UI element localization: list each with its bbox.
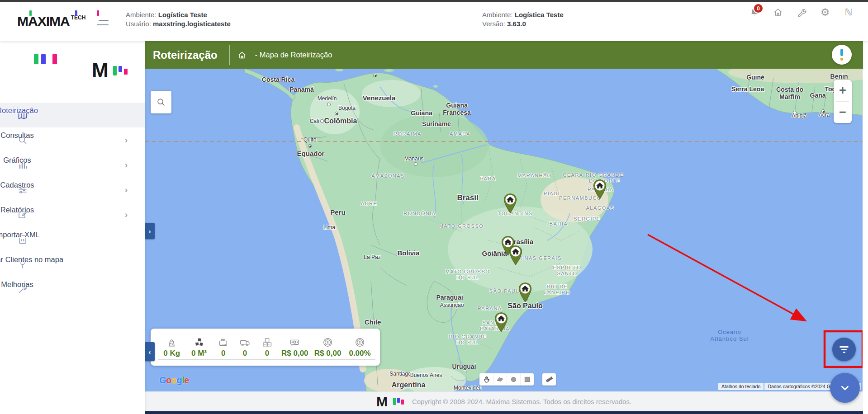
map-zoom-control: + − — [834, 80, 852, 123]
app-footer: M Copyright © 2008-2024. Máxima Sistemas… — [145, 391, 863, 411]
state-label: PIAUÍ — [544, 191, 560, 196]
countrie-label: Guiana — [411, 109, 432, 117]
state-label: CEARÁ — [563, 172, 583, 178]
stat-value: 0 — [221, 349, 225, 358]
chevron-right-icon: › — [125, 210, 128, 220]
chevron-right-icon: › — [149, 227, 151, 235]
draw-toolbar — [479, 373, 556, 386]
totals-collapse-button[interactable]: ‹ — [145, 342, 155, 361]
version-label: Versão: — [482, 20, 505, 28]
sidebar-item-cadastros[interactable]: Cadastros› — [0, 177, 145, 202]
filter-button[interactable] — [832, 338, 856, 361]
integrations-icon[interactable]: ℕ — [843, 6, 854, 18]
draw-circle-button[interactable] — [507, 373, 520, 386]
state-label: MATO GROSSO — [446, 269, 490, 274]
draw-rectangle-button[interactable] — [520, 373, 534, 386]
google-logo[interactable]: Google — [159, 375, 189, 386]
client-map-marker[interactable] — [493, 312, 509, 332]
brand-text: MAXIMA — [17, 14, 70, 28]
countrie-label: Costa Rica — [262, 76, 294, 83]
citie-label: Quito — [304, 136, 317, 143]
sidebar-item-visualizar-clientes-no-mapa[interactable]: Visualizar Clientes no mapa — [0, 252, 145, 277]
pan-hand-button[interactable] — [479, 373, 493, 386]
total-coin-stat: $0.00% — [344, 336, 375, 360]
client-map-marker[interactable] — [503, 193, 518, 213]
user-label: Usuário: — [126, 20, 151, 28]
sidebar-item-relat-rios[interactable]: Relatórios› — [0, 202, 145, 227]
breadcrumb-home-icon[interactable] — [237, 50, 247, 60]
client-map-marker[interactable] — [592, 179, 607, 199]
total-cubes-stat: 0 M³ — [185, 336, 212, 360]
countrie-label: Guiné — [746, 74, 764, 81]
sidebar-item-roteiriza-o[interactable]: Roteirização — [0, 103, 145, 127]
menu-toggle-icon[interactable] — [97, 18, 109, 28]
countrie-label: Gana — [810, 92, 825, 99]
state-label: ESPÍRITO — [553, 265, 581, 270]
chevron-down-icon — [842, 386, 848, 390]
coin-icon: $ — [354, 336, 366, 348]
truck-icon — [239, 336, 251, 348]
state-label: RIO GRANDE — [449, 334, 487, 339]
env-value: Logística Teste — [158, 11, 207, 19]
citie-label: Buenos Aires — [410, 372, 442, 378]
sidebar-item-gr-ficos[interactable]: Gráficos› — [0, 152, 145, 177]
map-search-button[interactable] — [151, 91, 171, 113]
state-label: RORAIMA — [394, 131, 422, 136]
countrie-label: Bolívia — [397, 249, 419, 257]
svg-text:Kg: Kg — [170, 342, 174, 344]
state-label: PARANÁ — [478, 306, 502, 311]
state-label: AMAPÁ — [450, 131, 470, 136]
zoom-out-button[interactable]: − — [834, 102, 852, 123]
stat-underline — [311, 359, 344, 360]
sidebar-item-importar-xml[interactable]: Importar XML — [0, 227, 145, 252]
home-icon[interactable] — [772, 6, 784, 18]
sidebar-item-melhorias[interactable]: Melhorias — [0, 277, 145, 301]
svg-text:$: $ — [359, 340, 361, 344]
stat-value: 0 Kg — [163, 349, 180, 358]
sidebar-item-label: Consultas — [0, 131, 33, 140]
state-label: AMAZONAS — [371, 173, 405, 179]
citie-label: Lima — [323, 224, 335, 231]
boxes-icon — [261, 336, 273, 348]
stat-underline — [278, 359, 311, 360]
bell-icon[interactable]: 0 — [749, 6, 760, 18]
brand-tick-green — [29, 10, 32, 16]
panel-expand-button[interactable]: › — [145, 223, 155, 239]
countrie-label: Peru — [330, 208, 345, 216]
state-label: ACRE — [361, 201, 378, 206]
total-weight-stat: Kg0 Kg — [158, 336, 185, 360]
wrench-icon[interactable] — [796, 6, 807, 18]
maxima-logo[interactable]: MAXIMATECH — [17, 14, 85, 29]
zoom-in-button[interactable]: + — [834, 80, 852, 101]
alert-button[interactable] — [832, 45, 852, 65]
stat-underline — [234, 359, 256, 360]
client-map-marker[interactable] — [508, 245, 523, 265]
countrie-label: Argentina — [392, 381, 426, 389]
citie-label: São Paulo — [508, 302, 542, 310]
total-truck-stat: 0 — [234, 336, 256, 360]
city-dot — [414, 162, 417, 166]
chevron-right-icon: › — [125, 185, 128, 195]
countrie-label: Serra Leoa — [731, 85, 764, 93]
cubes-icon — [193, 336, 205, 348]
citie-label: Cali — [310, 118, 319, 124]
client-map-marker[interactable] — [517, 282, 533, 302]
brand-tick-pink — [97, 10, 99, 16]
scroll-down-fab[interactable] — [830, 373, 860, 403]
gear-icon[interactable]: ⚙ — [819, 6, 831, 18]
stat-value: 0 — [243, 349, 247, 358]
measure-ruler-button[interactable] — [542, 373, 556, 386]
svg-text:$: $ — [327, 340, 329, 344]
citie-label: Manaus — [404, 155, 424, 162]
banknote-icon — [289, 336, 301, 348]
divider — [229, 45, 230, 65]
draw-polygon-button[interactable] — [493, 373, 507, 386]
countrie-label: Guiana — [446, 102, 467, 109]
total-boxes-stat: 0 — [256, 336, 279, 360]
routing-map[interactable]: RORAIMAAMAPÁAMAZONASPARÁMARANHÃOCEARÁRIO… — [145, 69, 863, 391]
sidebar-item-consultas[interactable]: Consultas› — [0, 127, 145, 152]
keyboard-shortcuts-link[interactable]: Atalhos do teclado — [718, 383, 764, 390]
stat-value: 0 M³ — [191, 349, 207, 358]
stat-underline — [158, 359, 185, 360]
state-label: RIO GRANDE — [586, 172, 624, 178]
